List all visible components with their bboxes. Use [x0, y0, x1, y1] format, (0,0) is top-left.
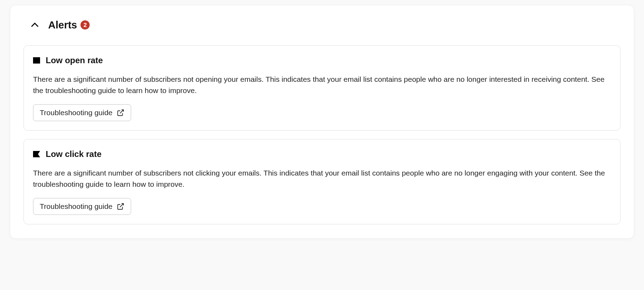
chevron-up-icon[interactable] — [28, 19, 41, 31]
troubleshooting-guide-button[interactable]: Troubleshooting guide — [33, 198, 131, 215]
alert-head: Low click rate — [33, 149, 611, 159]
bookmark-icon — [33, 57, 40, 64]
svg-marker-2 — [33, 151, 40, 157]
alert-description: There are a significant number of subscr… — [33, 74, 611, 96]
alerts-title-text: Alerts — [48, 19, 77, 31]
alert-title: Low click rate — [46, 149, 102, 159]
alert-description: There are a significant number of subscr… — [33, 167, 611, 190]
alerts-count-badge: 2 — [80, 20, 90, 29]
external-link-icon — [117, 203, 124, 210]
alert-card: Low open rate There are a significant nu… — [24, 45, 620, 131]
alerts-list: Low open rate There are a significant nu… — [24, 45, 620, 224]
bookmark-icon — [33, 151, 40, 157]
external-link-icon — [117, 109, 124, 117]
alerts-panel-header: Alerts 2 — [28, 19, 620, 31]
alert-title: Low open rate — [46, 55, 103, 65]
action-label: Troubleshooting guide — [40, 108, 112, 117]
alert-head: Low open rate — [33, 55, 611, 65]
alerts-panel: Alerts 2 Low open rate There are a signi… — [10, 5, 634, 239]
alerts-title: Alerts 2 — [48, 19, 90, 31]
action-label: Troubleshooting guide — [40, 202, 112, 211]
alert-card: Low click rate There are a significant n… — [24, 139, 620, 224]
svg-line-1 — [120, 110, 123, 113]
troubleshooting-guide-button[interactable]: Troubleshooting guide — [33, 104, 131, 121]
svg-line-3 — [120, 204, 123, 207]
